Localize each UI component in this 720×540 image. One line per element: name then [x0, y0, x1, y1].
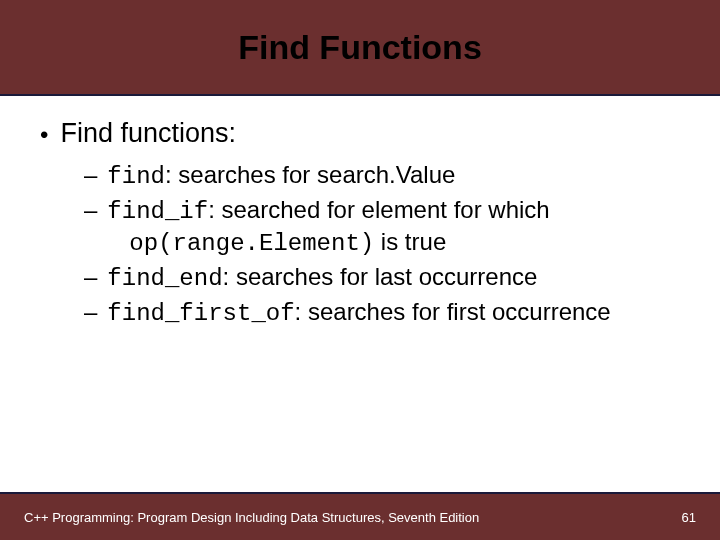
list-item-content: find_end: searches for last occurrence — [107, 262, 680, 295]
sub-bullet-list: – find: searches for search.Value – find… — [84, 160, 680, 330]
title-bar: Find Functions — [0, 0, 720, 96]
desc-span: : searched for element for which — [208, 196, 550, 223]
list-item: – find_first_of: searches for first occu… — [84, 297, 680, 330]
desc-span: : searches for search.Value — [165, 161, 455, 188]
desc-span: : searches for last occurrence — [223, 263, 538, 290]
code-span: find_end — [107, 265, 222, 292]
footer-text: C++ Programming: Program Design Includin… — [24, 510, 479, 525]
list-item-content: find: searches for search.Value — [107, 160, 680, 193]
code-span: find — [107, 163, 165, 190]
bullet-dot-icon: • — [40, 118, 48, 152]
list-item-content: find_first_of: searches for first occurr… — [107, 297, 680, 330]
continuation-line: op(range.Element) is true — [129, 227, 680, 260]
list-item: – find_end: searches for last occurrence — [84, 262, 680, 295]
dash-icon: – — [84, 297, 97, 328]
desc-span: is true — [374, 228, 446, 255]
slide-title: Find Functions — [238, 28, 482, 67]
dash-icon: – — [84, 160, 97, 191]
dash-icon: – — [84, 195, 97, 226]
code-span: op(range.Element) — [129, 230, 374, 257]
dash-icon: – — [84, 262, 97, 293]
list-item-content: find_if: searched for element for which … — [107, 195, 680, 260]
footer-bar: C++ Programming: Program Design Includin… — [0, 492, 720, 540]
code-span: find_first_of — [107, 300, 294, 327]
slide: Find Functions • Find functions: – find:… — [0, 0, 720, 540]
list-item: – find: searches for search.Value — [84, 160, 680, 193]
slide-body: • Find functions: – find: searches for s… — [0, 96, 720, 330]
desc-span: : searches for first occurrence — [295, 298, 611, 325]
page-number: 61 — [682, 510, 696, 525]
list-item: – find_if: searched for element for whic… — [84, 195, 680, 260]
code-span: find_if — [107, 198, 208, 225]
bullet-level1: • Find functions: — [40, 118, 680, 152]
bullet-level1-text: Find functions: — [60, 118, 236, 149]
